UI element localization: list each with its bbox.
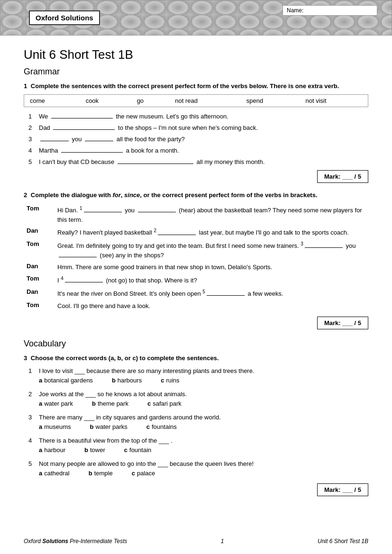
dialogue-row-tom4: Tom Cool. I'll go there and have a look. [24,300,368,312]
question-2-block: 2 Complete the dialogue with for, since,… [24,191,368,329]
speaker-tom3: Tom [24,273,55,287]
vocab-5a[interactable]: acathedral [39,470,70,477]
q2-mark-box: Mark: ___ / 5 [317,317,368,329]
vocab-item-5: 5 Not many people are allowed to go into… [28,460,368,477]
blank-1-1[interactable] [51,112,113,118]
q1-s4: 4 Martha a book for a month. [28,146,368,154]
name-field[interactable]: Name: [283,5,377,16]
vocab-4c[interactable]: cfountain [124,446,152,454]
vocab-5b[interactable]: btemple [89,470,113,477]
q2-intro: 2 Complete the dialogue with for, since,… [24,191,368,199]
q1-mark-box: Mark: ___ / 5 [317,170,368,183]
q3-number: 3 [24,354,27,362]
vocab-section: Vocabulary 3 Choose the correct words (a… [24,339,368,496]
footer-right: Unit 6 Short Test 1B [318,538,368,545]
vocab-4a[interactable]: aharbour [39,446,65,454]
dialogue-tom4: Cool. I'll go there and have a look. [55,300,368,312]
footer-left: Oxford Solutions Pre-Intermediate Tests [24,538,127,545]
dialogue-table: Tom Hi Dan. 1 you (hear) about the baske… [24,203,368,312]
dialogue-row-dan3: Dan It's near the river on Bond Street. … [24,287,368,300]
vocab-section-title: Vocabulary [24,339,368,349]
q3-mark-box: Mark: ___ / 5 [317,483,368,496]
dialogue-dan2: Hmm. There are some good trainers in tha… [55,261,368,273]
blank-1-4[interactable] [61,146,123,153]
blank-2-3b[interactable] [59,251,97,257]
page-footer: Oxford Solutions Pre-Intermediate Tests … [24,538,368,545]
oxford-logo: Oxford Solutions [29,10,100,25]
vocab-1c[interactable]: cruins [161,377,179,384]
q1-s3: 3 you all the food for the party? [28,135,368,143]
logo-text1: Oxford [36,14,61,22]
vocab-3c[interactable]: cfountains [146,423,177,430]
vocab-2c[interactable]: csafari park [147,400,182,407]
dialogue-row-dan2: Dan Hmm. There are some good trainers in… [24,261,368,273]
blank-2-1a[interactable] [84,206,122,212]
q1-intro: 1 Complete the sentences with the correc… [24,82,368,90]
name-label: Name: [287,7,303,14]
vocab-1b[interactable]: bharbours [112,377,142,384]
speaker-tom1: Tom [24,203,55,226]
q1-instruction: Complete the sentences with the correct … [31,82,339,90]
blank-2-2[interactable] [158,228,196,235]
dialogue-row-dan1: Dan Really? I haven't played basketball … [24,226,368,239]
page-header: Name: Oxford Solutions [0,0,392,36]
blank-2-5[interactable] [207,289,245,296]
wb-go: go [131,95,170,107]
vocab-2a[interactable]: awater park [39,400,73,407]
blank-1-2[interactable] [53,123,115,130]
vocab-2b[interactable]: btheme park [92,400,128,407]
dialogue-tom1: Hi Dan. 1 you (hear) about the basketbal… [55,203,368,226]
vocab-5c[interactable]: cpalace [132,470,155,477]
vocab-4b[interactable]: btower [84,446,105,454]
wb-come: come [24,95,80,107]
unit-title: Unit 6 Short Test 1B [24,47,368,62]
vocab-item-2: 2 Joe works at the ___ so he knows a lot… [28,391,368,407]
vocab-1a[interactable]: abotanical gardens [39,377,93,384]
blank-2-3a[interactable] [305,241,343,248]
q3-instruction: Choose the correct words (a, b, or c) to… [31,354,219,362]
grammar-section-title: Grammar [24,67,368,77]
speaker-tom2: Tom [24,239,55,261]
blank-1-3b[interactable] [85,135,113,141]
speaker-dan2: Dan [24,261,55,273]
dialogue-row-tom3: Tom I 4 (not go) to that shop. Where is … [24,273,368,287]
footer-center: 1 [221,538,224,545]
q3-mark-row: Mark: ___ / 5 [24,483,368,496]
dialogue-row-tom2: Tom Great. I'm definitely going to try a… [24,239,368,261]
wb-cook: cook [80,95,131,107]
q1-s5: 5 I can't buy that CD because all my mon… [28,157,368,165]
q1-s1: 1 We the new museum. Let's go this after… [28,112,368,120]
q2-instruction: Complete the dialogue with for, since, o… [31,191,318,199]
vocab-3a[interactable]: amuseums [39,423,71,430]
speaker-dan3: Dan [24,287,55,300]
vocab-item-1: 1 I love to visit ___ because there are … [28,367,368,384]
dialogue-tom3: I 4 (not go) to that shop. Where is it? [55,273,368,287]
wb-spend: spend [241,95,300,107]
vocab-item-4: 4 There is a beautiful view from the top… [28,437,368,454]
wb-not-read: not read [169,95,240,107]
vocab-3b[interactable]: bwater parks [90,423,128,430]
speaker-tom4: Tom [24,300,55,312]
q1-sentences: 1 We the new museum. Let's go this after… [28,112,368,165]
q3-intro-block: 3 Choose the correct words (a, b, or c) … [24,354,368,362]
q1-number: 1 [24,82,27,90]
q1-mark-row: Mark: ___ / 5 [24,170,368,183]
wb-not-visit: not visit [300,95,368,107]
q1-s2: 2 Dad to the shops – I'm not sure when h… [28,123,368,131]
word-bank-table: come cook go not read spend not visit [24,94,368,107]
logo-text2: Solutions [61,14,93,22]
dialogue-dan1: Really? I haven't played basketball 2 la… [55,226,368,239]
dialogue-dan3: It's near the river on Bond Street. It's… [55,287,368,300]
dialogue-tom2: Great. I'm definitely going to try and g… [55,239,368,261]
blank-1-5[interactable] [118,157,193,164]
question-1-block: 1 Complete the sentences with the correc… [24,82,368,183]
speaker-dan1: Dan [24,226,55,239]
vocab-item-3: 3 There are many ___ in city squares and… [28,414,368,430]
q2-mark-row: Mark: ___ / 5 [24,317,368,329]
blank-2-1b[interactable] [138,206,176,212]
q2-number: 2 [24,191,27,199]
blank-1-3a[interactable] [40,135,69,141]
blank-2-4[interactable] [65,276,103,282]
dialogue-row-tom1: Tom Hi Dan. 1 you (hear) about the baske… [24,203,368,226]
